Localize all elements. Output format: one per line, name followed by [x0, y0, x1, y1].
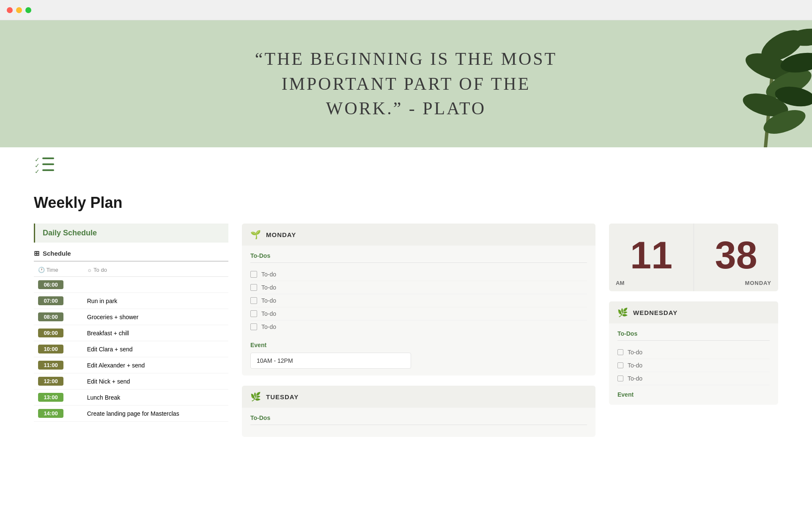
- tuesday-todos-label: To-Dos: [250, 414, 587, 425]
- monday-event-input[interactable]: 10AM - 12PM: [250, 353, 411, 369]
- todo-text: To-do: [261, 284, 276, 291]
- sun-icon: ☼: [87, 267, 92, 273]
- tuesday-name: TUESDAY: [266, 393, 299, 400]
- maximize-button[interactable]: [25, 7, 31, 13]
- monday-name: MONDAY: [266, 231, 296, 238]
- app-logo: ✓ ✓ ✓: [34, 154, 59, 175]
- task-cell: Run in park: [83, 293, 228, 309]
- time-badge: 12:00: [38, 377, 63, 386]
- daily-schedule-label: Daily Schedule: [43, 229, 97, 237]
- clock-day-label: MONDAY: [745, 280, 771, 286]
- left-panel: Daily Schedule ⊞ Schedule 🕐 Time ☼ To: [34, 224, 228, 447]
- todo-text: To-do: [261, 323, 276, 330]
- wednesday-icon: 🌿: [617, 307, 628, 318]
- wed-checkbox[interactable]: [617, 362, 623, 368]
- schedule-text: Schedule: [43, 250, 71, 257]
- monday-event-label: Event: [250, 342, 587, 348]
- monday-todo-list: To-do To-do To-do To-do To-do: [250, 268, 587, 333]
- monday-block: 🌱 MONDAY To-Dos To-do To-do To-do To-do …: [242, 224, 595, 375]
- hero-banner: “The Beginning is the Most Important Par…: [0, 20, 812, 147]
- schedule-table: 🕐 Time ☼ To do 06:00 07:00 Run in park: [34, 263, 228, 422]
- wednesday-header: 🌿 WEDNESDAY: [609, 301, 778, 323]
- todo-checkbox[interactable]: [250, 297, 257, 304]
- list-item: To-do: [250, 307, 587, 320]
- task-cell: [83, 277, 228, 293]
- task-cell: Breakfast + chill: [83, 325, 228, 341]
- tuesday-header: 🌿 TUESDAY: [242, 386, 595, 408]
- close-button[interactable]: [7, 7, 13, 13]
- wed-todo-text: To-do: [628, 349, 642, 356]
- clock-minutes: 38: [702, 236, 770, 274]
- table-row: 08:00 Groceries + shower: [34, 309, 228, 325]
- wednesday-todo-list: To-do To-do To-do: [617, 346, 770, 385]
- page-title: Weekly Plan: [34, 194, 778, 212]
- list-item: To-do: [617, 346, 770, 359]
- wednesday-todos-label: To-Dos: [617, 330, 770, 341]
- todo-text: To-do: [261, 297, 276, 304]
- time-badge: 06:00: [38, 280, 63, 289]
- list-item: To-do: [250, 294, 587, 307]
- todo-text: To-do: [261, 310, 276, 317]
- todo-checkbox[interactable]: [250, 271, 257, 278]
- time-badge: 10:00: [38, 345, 63, 353]
- task-cell: Create landing page for Masterclas: [83, 406, 228, 422]
- table-row: 12:00 Edit Nick + send: [34, 373, 228, 389]
- todo-checkbox[interactable]: [250, 323, 257, 330]
- task-cell: Edit Nick + send: [83, 373, 228, 389]
- page-content: Weekly Plan Daily Schedule ⊞ Schedule 🕐 …: [0, 177, 812, 464]
- plant-decoration: [681, 20, 812, 147]
- table-row: 13:00 Lunch Break: [34, 389, 228, 406]
- table-row: 14:00 Create landing page for Masterclas: [34, 406, 228, 422]
- wednesday-block: 🌿 WEDNESDAY To-Dos To-do To-do To-do Eve…: [609, 301, 778, 405]
- time-badge: 13:00: [38, 393, 63, 402]
- todo-checkbox[interactable]: [250, 310, 257, 317]
- clock-am-label: AM: [616, 280, 624, 286]
- hero-quote: “The Beginning is the Most Important Par…: [255, 47, 557, 121]
- list-item: To-do: [250, 281, 587, 294]
- wednesday-event-label: Event: [617, 391, 770, 398]
- time-badge: 09:00: [38, 329, 63, 337]
- middle-panel: 🌱 MONDAY To-Dos To-do To-do To-do To-do …: [242, 224, 595, 447]
- minimize-button[interactable]: [16, 7, 22, 13]
- clock-widget: 11 AM 38 MONDAY: [609, 224, 778, 291]
- wed-checkbox[interactable]: [617, 349, 623, 355]
- browser-chrome: [0, 0, 812, 20]
- wednesday-body: To-Dos To-do To-do To-do Event: [609, 323, 778, 405]
- clock-minutes-block: 38 MONDAY: [694, 224, 778, 291]
- monday-body: To-Dos To-do To-do To-do To-do To-do Eve…: [242, 246, 595, 375]
- monday-header: 🌱 MONDAY: [242, 224, 595, 246]
- monday-todos-label: To-Dos: [250, 252, 587, 263]
- time-badge: 14:00: [38, 409, 63, 418]
- table-row: 11:00 Edit Alexander + send: [34, 357, 228, 373]
- list-item: To-do: [617, 359, 770, 372]
- list-item: To-do: [617, 372, 770, 385]
- table-row: 07:00 Run in park: [34, 293, 228, 309]
- main-grid: Daily Schedule ⊞ Schedule 🕐 Time ☼ To: [34, 224, 778, 447]
- todo-checkbox[interactable]: [250, 284, 257, 291]
- table-row: 10:00 Edit Clara + send: [34, 341, 228, 357]
- tuesday-body: To-Dos: [242, 408, 595, 437]
- list-item: To-do: [250, 320, 587, 333]
- schedule-section-label: ⊞ Schedule: [34, 249, 228, 262]
- clock-icon: 🕐: [38, 267, 45, 273]
- wednesday-name: WEDNESDAY: [633, 309, 678, 316]
- col-todo-header: ☼ To do: [83, 263, 228, 277]
- grid-icon: ⊞: [34, 249, 39, 257]
- svg-rect-14: [42, 169, 54, 171]
- wed-todo-text: To-do: [628, 375, 642, 382]
- col-time-header: 🕐 Time: [34, 263, 83, 277]
- daily-schedule-header: Daily Schedule: [34, 224, 228, 243]
- task-cell: Edit Alexander + send: [83, 357, 228, 373]
- todo-text: To-do: [261, 271, 276, 278]
- svg-text:✓: ✓: [35, 168, 40, 175]
- tuesday-icon: 🌿: [250, 392, 261, 402]
- svg-rect-12: [42, 163, 54, 165]
- task-cell: Lunch Break: [83, 389, 228, 406]
- svg-rect-10: [42, 157, 54, 159]
- time-badge: 07:00: [38, 296, 63, 305]
- wed-checkbox[interactable]: [617, 375, 623, 381]
- clock-hours: 11: [617, 236, 685, 274]
- table-row: 06:00: [34, 277, 228, 293]
- monday-icon: 🌱: [250, 229, 261, 240]
- task-cell: Groceries + shower: [83, 309, 228, 325]
